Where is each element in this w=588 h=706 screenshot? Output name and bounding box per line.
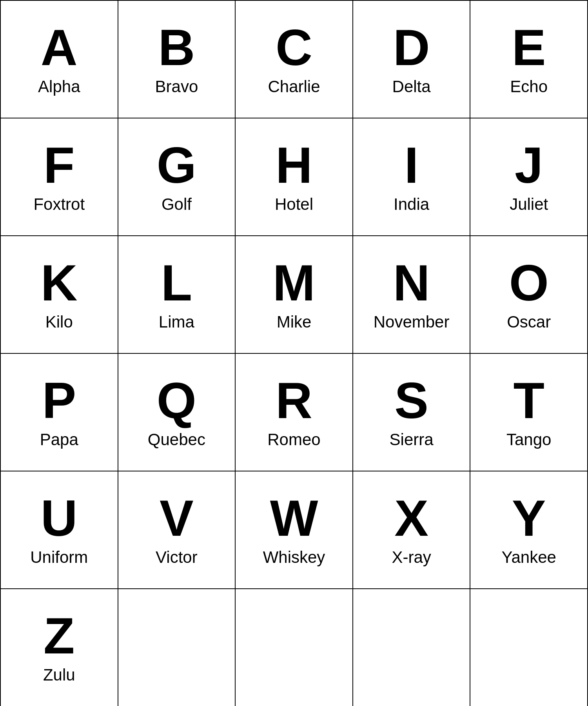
name-v: Victor: [156, 548, 198, 567]
cell-h: HHotel: [236, 118, 353, 236]
letter-x: X: [394, 493, 428, 544]
name-p: Papa: [40, 430, 78, 449]
cell-e: EEcho: [470, 1, 588, 118]
letter-b: B: [158, 22, 195, 73]
letter-w: W: [270, 493, 318, 544]
cell-m: MMike: [236, 236, 353, 354]
cell-b: BBravo: [118, 1, 236, 118]
letter-m: M: [273, 257, 315, 308]
name-l: Lima: [159, 312, 194, 332]
letter-q: Q: [157, 375, 196, 426]
letter-d: D: [393, 22, 430, 73]
cell-j: JJuliet: [470, 118, 588, 236]
name-z: Zulu: [43, 665, 75, 685]
cell-o: OOscar: [470, 236, 588, 354]
name-f: Foxtrot: [33, 195, 85, 214]
name-u: Uniform: [30, 548, 88, 567]
empty-cell-1: [236, 589, 353, 706]
cell-z: ZZulu: [1, 589, 118, 706]
name-q: Quebec: [148, 430, 205, 449]
empty-cell-2: [353, 589, 471, 706]
letter-f: F: [44, 140, 74, 191]
cell-g: GGolf: [118, 118, 236, 236]
name-r: Romeo: [267, 430, 320, 449]
name-h: Hotel: [275, 195, 313, 214]
cell-r: RRomeo: [236, 354, 353, 471]
cell-p: PPapa: [1, 354, 118, 471]
cell-c: CCharlie: [236, 1, 353, 118]
name-e: Echo: [510, 77, 548, 96]
name-j: Juliet: [510, 195, 548, 214]
name-d: Delta: [392, 77, 431, 96]
cell-k: KKilo: [1, 236, 118, 354]
name-o: Oscar: [507, 312, 551, 332]
letter-y: Y: [512, 493, 546, 544]
cell-x: XX-ray: [353, 471, 471, 589]
empty-cell-3: [470, 589, 588, 706]
cell-w: WWhiskey: [236, 471, 353, 589]
letter-o: O: [509, 257, 549, 308]
alphabet-grid: AAlphaBBravoCCharlieDDeltaEEchoFFoxtrotG…: [0, 0, 588, 706]
cell-v: VVictor: [118, 471, 236, 589]
name-x: X-ray: [392, 548, 431, 567]
letter-s: S: [394, 375, 428, 426]
letter-a: A: [41, 22, 78, 73]
letter-v: V: [160, 493, 194, 544]
name-n: November: [374, 312, 450, 332]
cell-n: NNovember: [353, 236, 471, 354]
letter-j: J: [515, 140, 543, 191]
name-y: Yankee: [502, 548, 556, 567]
name-b: Bravo: [155, 77, 198, 96]
empty-cell-0: [118, 589, 236, 706]
letter-l: L: [161, 257, 192, 308]
cell-a: AAlpha: [1, 1, 118, 118]
letter-i: I: [405, 140, 419, 191]
cell-d: DDelta: [353, 1, 471, 118]
cell-q: QQuebec: [118, 354, 236, 471]
letter-e: E: [512, 22, 546, 73]
letter-n: N: [393, 257, 430, 308]
letter-k: K: [41, 257, 78, 308]
name-w: Whiskey: [263, 548, 325, 567]
letter-u: U: [41, 493, 78, 544]
cell-y: YYankee: [470, 471, 588, 589]
cell-u: UUniform: [1, 471, 118, 589]
letter-p: P: [42, 375, 76, 426]
cell-i: IIndia: [353, 118, 471, 236]
cell-t: TTango: [470, 354, 588, 471]
name-k: Kilo: [45, 312, 73, 332]
name-m: Mike: [277, 312, 312, 332]
cell-l: LLima: [118, 236, 236, 354]
name-i: India: [394, 195, 429, 214]
letter-g: G: [157, 140, 196, 191]
name-c: Charlie: [268, 77, 320, 96]
letter-r: R: [276, 375, 312, 426]
name-t: Tango: [506, 430, 551, 449]
cell-s: SSierra: [353, 354, 471, 471]
name-g: Golf: [162, 195, 192, 214]
letter-t: T: [513, 375, 544, 426]
letter-z: Z: [44, 610, 74, 661]
letter-h: H: [276, 140, 312, 191]
letter-c: C: [276, 22, 312, 73]
name-a: Alpha: [38, 77, 80, 96]
cell-f: FFoxtrot: [1, 118, 118, 236]
name-s: Sierra: [390, 430, 434, 449]
